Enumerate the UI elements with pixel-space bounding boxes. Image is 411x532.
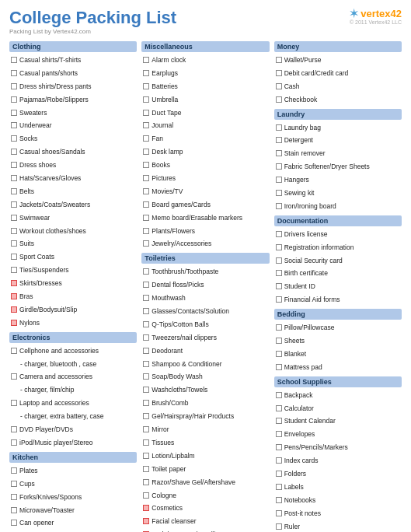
checkbox[interactable] xyxy=(11,162,17,168)
checkbox[interactable] xyxy=(276,257,282,264)
checkbox[interactable] xyxy=(11,481,17,487)
checkbox[interactable] xyxy=(143,282,149,288)
checkbox[interactable] xyxy=(11,320,17,326)
checkbox[interactable] xyxy=(143,135,149,142)
checkbox[interactable] xyxy=(11,110,17,116)
checkbox[interactable] xyxy=(143,268,149,275)
checkbox[interactable] xyxy=(143,215,149,221)
checkbox[interactable] xyxy=(11,57,17,63)
checkbox[interactable] xyxy=(276,83,282,89)
checkbox[interactable] xyxy=(276,324,282,331)
checkbox[interactable] xyxy=(11,175,17,181)
checkbox[interactable] xyxy=(276,405,282,411)
checkbox[interactable] xyxy=(143,334,149,341)
checkbox[interactable] xyxy=(143,110,149,116)
checkbox[interactable] xyxy=(11,215,17,221)
checkbox[interactable] xyxy=(143,426,149,432)
checkbox[interactable] xyxy=(276,523,282,530)
checkbox[interactable] xyxy=(143,149,149,155)
checkbox[interactable] xyxy=(276,124,282,131)
checkbox[interactable] xyxy=(143,400,149,406)
checkbox[interactable] xyxy=(11,373,17,380)
checkbox[interactable] xyxy=(143,83,149,89)
checkbox[interactable] xyxy=(11,507,17,513)
checkbox[interactable] xyxy=(11,70,17,76)
checkbox[interactable] xyxy=(143,57,149,63)
checkbox[interactable] xyxy=(143,413,149,419)
checkbox[interactable] xyxy=(11,201,17,208)
checkbox[interactable] xyxy=(11,267,17,273)
checkbox[interactable] xyxy=(143,321,149,327)
subtitle: Packing List by Vertex42.com xyxy=(9,28,176,35)
checkbox[interactable] xyxy=(143,122,149,128)
checkbox[interactable] xyxy=(276,392,282,398)
checkbox[interactable] xyxy=(276,431,282,437)
checkbox[interactable] xyxy=(11,439,17,446)
checkbox[interactable] xyxy=(276,203,282,209)
checkbox[interactable] xyxy=(11,228,17,234)
checkbox[interactable] xyxy=(11,400,17,406)
checkbox[interactable] xyxy=(143,201,149,208)
checkbox[interactable] xyxy=(143,505,149,511)
checkbox[interactable] xyxy=(11,254,17,260)
checkbox[interactable] xyxy=(11,520,17,526)
checkbox[interactable] xyxy=(11,149,17,155)
checkbox[interactable] xyxy=(143,295,149,301)
checkbox[interactable] xyxy=(276,497,282,503)
checkbox[interactable] xyxy=(11,494,17,500)
checkbox[interactable] xyxy=(143,162,149,168)
checkbox[interactable] xyxy=(143,387,149,393)
checkbox[interactable] xyxy=(11,96,17,103)
checkbox[interactable] xyxy=(143,308,149,314)
checkbox[interactable] xyxy=(143,188,149,194)
checkbox[interactable] xyxy=(276,418,282,424)
checkbox[interactable] xyxy=(11,348,17,354)
checkbox[interactable] xyxy=(143,466,149,472)
checkbox[interactable] xyxy=(143,479,149,485)
checkbox[interactable] xyxy=(276,231,282,237)
checkbox[interactable] xyxy=(276,351,282,357)
checkbox[interactable] xyxy=(276,510,282,516)
checkbox[interactable] xyxy=(11,293,17,299)
checkbox[interactable] xyxy=(11,188,17,194)
checkbox[interactable] xyxy=(276,471,282,477)
checkbox[interactable] xyxy=(276,96,282,103)
checkbox[interactable] xyxy=(11,280,17,286)
checkbox[interactable] xyxy=(276,57,282,63)
checkbox[interactable] xyxy=(143,228,149,234)
section-header-1-0: Miscellaneous xyxy=(141,41,269,52)
checkbox[interactable] xyxy=(276,270,282,276)
checkbox[interactable] xyxy=(276,457,282,464)
checkbox[interactable] xyxy=(276,190,282,196)
checkbox[interactable] xyxy=(276,338,282,344)
checkbox[interactable] xyxy=(276,283,282,289)
checkbox[interactable] xyxy=(11,122,17,128)
checkbox[interactable] xyxy=(11,467,17,474)
checkbox[interactable] xyxy=(11,426,17,432)
checkbox[interactable] xyxy=(276,177,282,183)
checkbox[interactable] xyxy=(143,348,149,354)
checkbox[interactable] xyxy=(276,296,282,303)
checkbox[interactable] xyxy=(143,492,149,499)
checkbox[interactable] xyxy=(276,484,282,490)
checkbox[interactable] xyxy=(143,439,149,446)
checkbox[interactable] xyxy=(11,135,17,142)
checkbox[interactable] xyxy=(143,361,149,367)
checkbox[interactable] xyxy=(11,306,17,313)
checkbox[interactable] xyxy=(143,373,149,380)
checkbox[interactable] xyxy=(276,150,282,156)
checkbox[interactable] xyxy=(143,518,149,524)
checkbox[interactable] xyxy=(276,163,282,170)
checkbox[interactable] xyxy=(11,83,17,89)
checkbox[interactable] xyxy=(143,453,149,459)
checkbox[interactable] xyxy=(276,244,282,250)
checkbox[interactable] xyxy=(143,175,149,181)
checkbox[interactable] xyxy=(276,364,282,370)
checkbox[interactable] xyxy=(143,96,149,103)
checkbox[interactable] xyxy=(143,240,149,247)
checkbox[interactable] xyxy=(143,70,149,76)
checkbox[interactable] xyxy=(276,444,282,450)
checkbox[interactable] xyxy=(276,137,282,143)
checkbox[interactable] xyxy=(11,240,17,247)
checkbox[interactable] xyxy=(276,70,282,76)
